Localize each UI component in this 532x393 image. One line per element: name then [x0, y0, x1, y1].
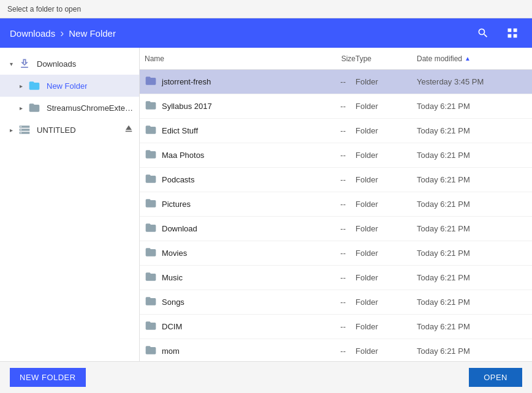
streamus-folder-icon	[27, 100, 42, 115]
table-row[interactable]: Maa Photos -- Folder Today 6:21 PM	[140, 143, 532, 168]
eject-icon[interactable]	[123, 123, 134, 137]
new-folder-icon	[27, 78, 42, 93]
cell-size: --	[306, 298, 355, 307]
search-icon	[477, 27, 489, 39]
col-date[interactable]: Date modified ▲	[417, 54, 527, 63]
row-folder-icon	[145, 124, 157, 138]
sidebar-label-streamus: StreamusChromeExtensi...	[47, 103, 134, 113]
table-row[interactable]: Music -- Folder Today 6:21 PM	[140, 266, 532, 290]
col-size[interactable]: Size	[306, 54, 355, 63]
table-row[interactable]: DCIM -- Folder Today 6:21 PM	[140, 315, 532, 339]
cell-date: Today 6:21 PM	[417, 273, 527, 282]
row-name-label: mom	[162, 346, 180, 356]
cell-size: --	[306, 249, 355, 258]
grid-icon	[506, 27, 519, 39]
footer: NEW FOLDER OPEN	[0, 361, 532, 393]
sidebar-label-untitled: UNTITLED	[37, 125, 76, 135]
breadcrumb-separator: ›	[60, 27, 64, 40]
cell-date: Today 6:21 PM	[417, 249, 527, 258]
cell-type: Folder	[355, 175, 417, 184]
cell-size: --	[306, 224, 355, 233]
search-button[interactable]	[473, 23, 493, 43]
topbar: Select a folder to open	[0, 0, 532, 18]
cell-name: Syllabus 2017	[145, 99, 306, 113]
open-button[interactable]: OPEN	[469, 368, 522, 387]
cell-size: --	[306, 273, 355, 282]
row-folder-icon	[145, 197, 157, 211]
cell-date: Today 6:21 PM	[417, 200, 527, 209]
sidebar-label-downloads: Downloads	[37, 59, 76, 69]
cell-size: --	[306, 126, 355, 135]
sidebar-item-downloads[interactable]: ▾ Downloads	[0, 53, 139, 75]
col-type[interactable]: Type	[355, 54, 417, 63]
row-name-label: Syllabus 2017	[162, 102, 212, 111]
row-name-label: Download	[162, 224, 197, 233]
cell-type: Folder	[355, 77, 417, 86]
col-name[interactable]: Name	[145, 54, 306, 63]
table-row[interactable]: Download -- Folder Today 6:21 PM	[140, 217, 532, 241]
row-name-label: DCIM	[162, 322, 182, 331]
row-name-label: Podcasts	[162, 175, 194, 184]
table-row[interactable]: mom -- Folder Today 6:21 PM	[140, 339, 532, 361]
table-row[interactable]: Movies -- Folder Today 6:21 PM	[140, 241, 532, 266]
row-name-label: Music	[162, 273, 183, 282]
cell-name: Download	[145, 222, 306, 236]
row-name-label: Movies	[162, 249, 187, 258]
row-folder-icon	[145, 75, 157, 89]
sidebar: ▾ Downloads ▸ New Folder ▸ StreamusChrom…	[0, 48, 140, 361]
cell-date: Today 6:21 PM	[417, 151, 527, 160]
row-name-label: Maa Photos	[162, 151, 204, 160]
cell-name: Edict Stuff	[145, 124, 306, 138]
row-folder-icon	[145, 320, 157, 334]
hdd-icon	[17, 122, 32, 137]
cell-date: Today 6:21 PM	[417, 224, 527, 233]
cell-date: Today 6:21 PM	[417, 346, 527, 356]
cell-date: Today 6:21 PM	[417, 175, 527, 184]
cell-type: Folder	[355, 200, 417, 209]
cell-name: jstorrent-fresh	[145, 75, 306, 89]
grid-view-button[interactable]	[503, 23, 522, 43]
table-row[interactable]: Syllabus 2017 -- Folder Today 6:21 PM	[140, 94, 532, 119]
cell-date: Today 6:21 PM	[417, 298, 527, 307]
cell-type: Folder	[355, 273, 417, 282]
cell-name: DCIM	[145, 320, 306, 334]
new-folder-button[interactable]: NEW FOLDER	[10, 368, 86, 387]
cell-name: Movies	[145, 246, 306, 260]
sidebar-item-streamus[interactable]: ▸ StreamusChromeExtensi...	[0, 97, 139, 119]
breadcrumb-child: New Folder	[69, 28, 116, 39]
table-row[interactable]: Edict Stuff -- Folder Today 6:21 PM	[140, 119, 532, 143]
chevron-right-icon: ▸	[15, 80, 27, 92]
chevron-down-icon: ▾	[5, 58, 17, 70]
cell-name: Songs	[145, 295, 306, 309]
cell-type: Folder	[355, 346, 417, 356]
table-row[interactable]: Pictures -- Folder Today 6:21 PM	[140, 192, 532, 217]
sidebar-item-new-folder[interactable]: ▸ New Folder	[0, 75, 139, 97]
cell-size: --	[306, 77, 355, 86]
cell-type: Folder	[355, 151, 417, 160]
row-name-label: Songs	[162, 298, 184, 307]
table-row[interactable]: Podcasts -- Folder Today 6:21 PM	[140, 168, 532, 192]
table-row[interactable]: jstorrent-fresh -- Folder Yesterday 3:45…	[140, 70, 532, 94]
header-actions	[473, 23, 522, 43]
cell-size: --	[306, 322, 355, 331]
cell-type: Folder	[355, 224, 417, 233]
breadcrumb: Downloads › New Folder	[10, 27, 473, 40]
cell-size: --	[306, 346, 355, 356]
row-folder-icon	[145, 99, 157, 113]
row-name-label: Pictures	[162, 200, 191, 209]
row-folder-icon	[145, 344, 157, 358]
cell-name: Music	[145, 271, 306, 285]
cell-date: Today 6:21 PM	[417, 102, 527, 111]
sidebar-item-untitled[interactable]: ▸ UNTITLED	[0, 119, 139, 141]
row-name-label: jstorrent-fresh	[162, 77, 211, 86]
breadcrumb-root[interactable]: Downloads	[10, 28, 55, 39]
topbar-label: Select a folder to open	[7, 5, 81, 13]
row-folder-icon	[145, 148, 157, 162]
sidebar-label-new-folder: New Folder	[47, 81, 87, 91]
header: Downloads › New Folder	[0, 18, 532, 48]
cell-type: Folder	[355, 298, 417, 307]
cell-name: Maa Photos	[145, 148, 306, 162]
table-row[interactable]: Songs -- Folder Today 6:21 PM	[140, 290, 532, 315]
cell-type: Folder	[355, 322, 417, 331]
row-folder-icon	[145, 246, 157, 260]
